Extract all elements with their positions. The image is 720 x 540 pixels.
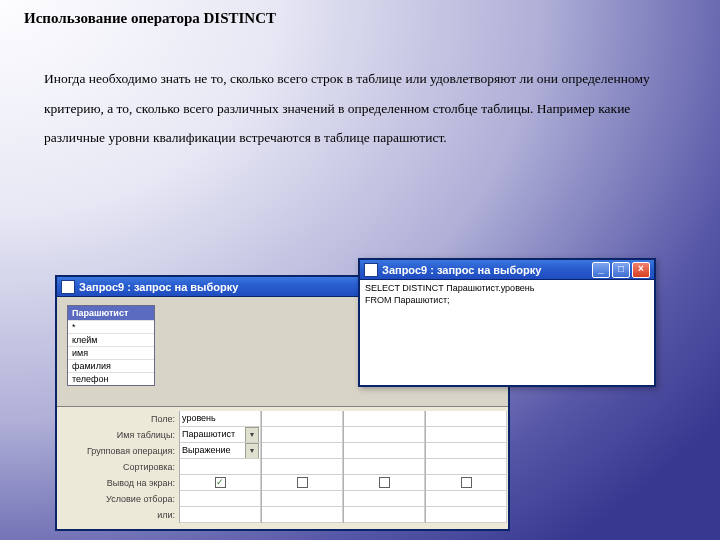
maximize-button[interactable]: □ (612, 262, 630, 278)
win2-title: Запрос9 : запрос на выборку (382, 264, 541, 276)
table-cell[interactable]: Парашютист (180, 427, 261, 443)
show-checkbox (379, 477, 390, 488)
app-icon (61, 280, 75, 294)
field-item[interactable]: клейм (68, 333, 154, 346)
criteria-cell[interactable] (180, 491, 261, 507)
grid-col-2[interactable] (343, 411, 425, 523)
field-item[interactable]: * (68, 320, 154, 333)
sql-view-window: Запрос9 : запрос на выборку _ □ × SELECT… (358, 258, 656, 387)
qbe-grid: Поле: Имя таблицы: Групповая операция: С… (57, 407, 508, 529)
close-button[interactable]: × (632, 262, 650, 278)
grid-row-labels: Поле: Имя таблицы: Групповая операция: С… (57, 411, 179, 523)
sort-cell[interactable] (180, 459, 261, 475)
source-table[interactable]: Парашютист * клейм имя фамилия телефон (67, 305, 155, 386)
minimize-button[interactable]: _ (592, 262, 610, 278)
app-icon (364, 263, 378, 277)
show-cell[interactable]: ✓ (180, 475, 261, 491)
groupop-cell[interactable]: Выражение (180, 443, 261, 459)
win1-title: Запрос9 : запрос на выборку (79, 281, 238, 293)
field-item[interactable]: фамилия (68, 359, 154, 372)
grid-col-0[interactable]: уровень Парашютист Выражение ✓ (179, 411, 261, 523)
grid-col-3[interactable] (425, 411, 507, 523)
grid-col-1[interactable] (261, 411, 343, 523)
field-cell[interactable]: уровень (180, 411, 261, 427)
page-heading: Использование оператора DISTINCT (24, 10, 276, 27)
sql-text-area[interactable]: SELECT DISTINCT Парашютист.уровень FROM … (360, 280, 654, 385)
win2-titlebar[interactable]: Запрос9 : запрос на выборку _ □ × (360, 260, 654, 280)
show-checkbox: ✓ (215, 477, 226, 488)
show-checkbox (297, 477, 308, 488)
table-caption: Парашютист (68, 306, 154, 320)
body-paragraph: Иногда необходимо знать не то, сколько в… (44, 64, 676, 153)
show-checkbox (461, 477, 472, 488)
sql-line: FROM Парашютист; (365, 295, 649, 307)
sql-line: SELECT DISTINCT Парашютист.уровень (365, 283, 649, 295)
field-item[interactable]: телефон (68, 372, 154, 385)
field-item[interactable]: имя (68, 346, 154, 359)
or-cell[interactable] (180, 507, 261, 523)
